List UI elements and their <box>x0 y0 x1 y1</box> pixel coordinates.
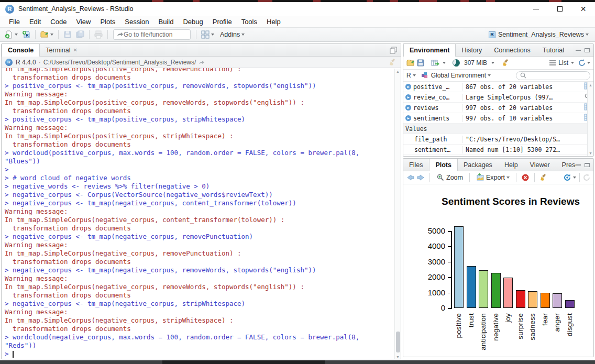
maximize-button[interactable] <box>548 2 571 16</box>
maximize-pane-icon[interactable] <box>585 163 590 167</box>
scroll-up-icon[interactable]: ▲ <box>395 70 401 73</box>
tab-console[interactable]: Console <box>2 44 40 57</box>
tab-terminal[interactable]: Terminal✕ <box>40 44 84 56</box>
save-all-button[interactable] <box>74 29 86 40</box>
console-output[interactable]: In tm_map.SimpleCorpus(positive_corpus, … <box>2 68 401 359</box>
zoom-plot-button[interactable]: Zoom <box>435 172 465 183</box>
tab-help[interactable]: Help <box>499 159 524 171</box>
menu-file[interactable]: File <box>4 17 25 27</box>
new-file-dropdown-icon[interactable] <box>15 34 18 36</box>
addins-button[interactable]: Addins <box>217 30 246 39</box>
environment-object-row[interactable]: file_path"C:/Users/Trevo/Desktop/S… <box>403 134 593 145</box>
save-icon <box>63 30 72 39</box>
tab-packages[interactable]: Packages <box>458 159 499 171</box>
tab-environment[interactable]: Environment <box>403 44 456 57</box>
tab-tutorial[interactable]: Tutorial <box>537 44 570 56</box>
goto-file-function-box[interactable] <box>113 29 191 40</box>
menu-view[interactable]: View <box>71 17 95 27</box>
environment-scrollbar[interactable]: ▲ ▼ <box>587 82 593 156</box>
clear-console-icon[interactable] <box>389 58 397 67</box>
minimize-pane-icon[interactable] <box>576 50 581 51</box>
export-plot-button[interactable]: Export <box>475 172 511 183</box>
next-plot-icon[interactable] <box>416 173 425 182</box>
list-dropdown-icon[interactable] <box>571 62 574 64</box>
open-file-dropdown-icon[interactable] <box>50 34 53 36</box>
tab-close-icon[interactable]: ✕ <box>73 47 78 53</box>
environment-search-box[interactable] <box>516 71 590 80</box>
goto-file-function-input[interactable] <box>124 31 181 38</box>
tab-files[interactable]: Files <box>403 159 429 171</box>
minimize-pane-icon[interactable] <box>576 164 581 166</box>
x-tick-label: disgust <box>566 313 574 336</box>
environment-object-row[interactable]: ▶reviews997 obs. of 20 variables <box>403 103 593 113</box>
new-file-button[interactable] <box>3 29 19 40</box>
wd-go-icon[interactable] <box>198 59 205 66</box>
scroll-down-icon[interactable]: ▼ <box>588 151 593 155</box>
publish-dropdown-icon[interactable] <box>573 177 576 179</box>
scroll-down-icon[interactable]: ▼ <box>395 355 401 359</box>
load-workspace-icon[interactable] <box>406 59 415 67</box>
import-dataset-icon[interactable] <box>431 59 439 67</box>
console-scroll-thumb[interactable] <box>396 332 400 352</box>
language-dropdown-icon[interactable] <box>413 74 416 76</box>
minimize-button[interactable] <box>524 2 548 16</box>
environment-object-row[interactable]: sentiment…Named num [1:10] 5300 272… <box>403 145 593 155</box>
remove-plot-icon[interactable] <box>521 173 530 182</box>
publish-icon[interactable] <box>563 173 571 182</box>
refresh-environment-icon[interactable] <box>578 59 586 67</box>
save-button[interactable] <box>62 29 73 40</box>
environment-object-list: ▶positive_…867 obs. of 20 variables▶revi… <box>403 82 593 155</box>
refresh-plot-icon[interactable] <box>583 174 590 181</box>
scope-dropdown-icon[interactable] <box>488 74 491 76</box>
menu-profile[interactable]: Profile <box>208 17 237 27</box>
clear-environment-icon[interactable] <box>502 59 510 67</box>
import-dataset-dropdown-icon[interactable] <box>443 62 446 64</box>
menu-plots[interactable]: Plots <box>95 17 120 27</box>
menu-code[interactable]: Code <box>46 17 71 27</box>
environment-search-input[interactable] <box>527 72 585 79</box>
expand-object-icon[interactable]: ▶ <box>405 94 411 100</box>
open-file-button[interactable] <box>39 29 55 40</box>
menu-debug[interactable]: Debug <box>178 17 207 27</box>
console-warning-line: transformation drops documents <box>5 73 398 82</box>
menu-edit[interactable]: Edit <box>25 17 46 27</box>
environment-object-row[interactable]: ▶review_co…Large SimpleCorpus (997… <box>403 92 593 103</box>
tab-label: Console <box>8 47 34 54</box>
zoom-magnifier-icon <box>436 173 445 182</box>
expand-object-icon[interactable]: ▶ <box>405 115 411 121</box>
workspace-panes-button[interactable] <box>200 29 216 40</box>
previous-plot-icon[interactable] <box>406 173 415 182</box>
plot-display-area[interactable]: Sentiment Scores in Reviews 010002000300… <box>403 184 593 357</box>
menu-build[interactable]: Build <box>154 17 179 27</box>
menu-tools[interactable]: Tools <box>237 17 262 27</box>
save-workspace-icon[interactable] <box>416 59 425 67</box>
environment-object-row[interactable]: ▶sentiments997 obs. of 10 variables <box>403 113 593 124</box>
maximize-pane-icon[interactable] <box>585 48 590 52</box>
tab-label: Viewer <box>530 161 550 169</box>
menu-session[interactable]: Session <box>120 17 153 27</box>
environment-object-row[interactable]: ▶positive_…867 obs. of 20 variables <box>403 82 593 92</box>
maximize-pane-icon[interactable] <box>390 47 397 54</box>
project-selector[interactable]: R Sentiment_Analysis_Reviews <box>486 30 592 39</box>
memory-dropdown-icon[interactable] <box>491 62 494 64</box>
tab-viewer[interactable]: Viewer <box>524 159 556 171</box>
refresh-dropdown-icon[interactable] <box>587 62 590 64</box>
global-environment-label[interactable]: Global Environment <box>431 72 486 79</box>
project-dropdown-icon <box>586 34 589 36</box>
expand-object-icon[interactable]: ▶ <box>405 84 411 90</box>
console-command-line: "Reds")) <box>5 341 398 350</box>
panes-dropdown-icon[interactable] <box>211 34 214 36</box>
tab-history[interactable]: History <box>456 44 488 56</box>
new-project-button[interactable]: R <box>20 29 32 40</box>
tab-connections[interactable]: Connections <box>488 44 537 56</box>
scroll-up-icon[interactable]: ▲ <box>588 83 593 87</box>
print-button[interactable] <box>93 29 104 40</box>
console-command-line: > negative_corpus <- tm_map(negative_cor… <box>5 199 398 207</box>
console-scrollbar[interactable]: ▲ ▼ <box>394 69 401 359</box>
menu-help[interactable]: Help <box>262 17 285 27</box>
bar-joy <box>503 278 513 308</box>
expand-object-icon[interactable]: ▶ <box>405 105 411 111</box>
clear-all-plots-icon[interactable] <box>539 173 548 182</box>
close-button[interactable]: ✕ <box>571 2 595 16</box>
tab-plots[interactable]: Plots <box>429 159 458 171</box>
